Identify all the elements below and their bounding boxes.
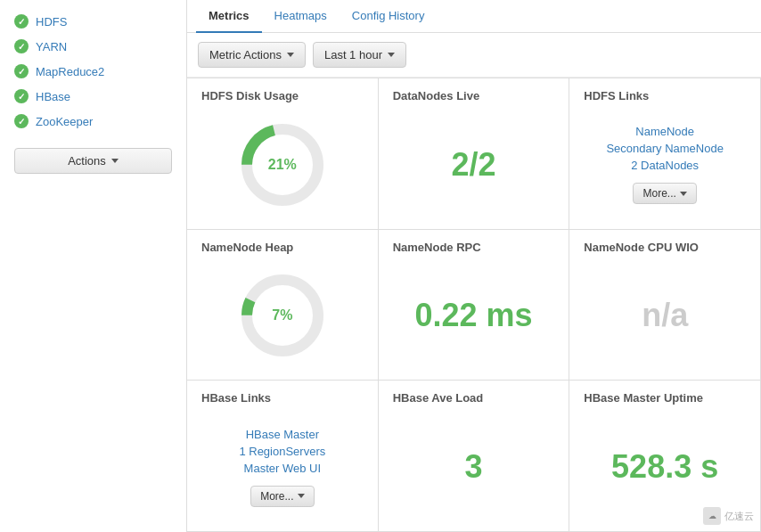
sidebar-item-yarn[interactable]: YARN xyxy=(0,34,186,59)
link-item[interactable]: HBase Master xyxy=(246,428,319,441)
links-card-content: HBase Master1 RegionServersMaster Web UI… xyxy=(201,413,364,520)
metric-actions-label: Metric Actions xyxy=(209,48,282,61)
metric-actions-button[interactable]: Metric Actions xyxy=(198,42,306,68)
metric-value: 2/2 xyxy=(393,146,555,184)
sidebar-label: HDFS xyxy=(36,15,67,29)
metric-title: HDFS Disk Usage xyxy=(201,89,299,102)
metric-actions-caret-icon xyxy=(287,53,294,57)
check-icon xyxy=(14,89,29,103)
time-range-button[interactable]: Last 1 hour xyxy=(313,42,406,68)
tabs-bar: MetricsHeatmapsConfig History xyxy=(187,0,761,33)
watermark-text: 亿速云 xyxy=(724,510,754,523)
metric-title: HBase Ave Load xyxy=(393,391,484,405)
metric-card-namenode-cpu-wio: NameNode CPU WIOn/a xyxy=(569,229,761,381)
metric-value: 528.3 s xyxy=(584,448,746,486)
metric-title: HDFS Links xyxy=(584,89,649,102)
link-item[interactable]: Master Web UI xyxy=(244,462,321,475)
actions-label: Actions xyxy=(68,154,106,168)
main-content: MetricsHeatmapsConfig History Metric Act… xyxy=(187,0,761,532)
tab-metrics[interactable]: Metrics xyxy=(196,0,262,33)
actions-button-wrap: Actions xyxy=(0,134,186,188)
sidebar-label: YARN xyxy=(36,40,67,53)
metric-value: 3 xyxy=(393,448,555,486)
donut-wrap: 7% xyxy=(201,263,364,370)
watermark-icon: ☁ xyxy=(703,507,721,525)
more-button[interactable]: More... xyxy=(633,183,696,204)
more-label: More... xyxy=(642,187,675,200)
tab-heatmaps[interactable]: Heatmaps xyxy=(262,0,340,33)
donut-chart: 21% xyxy=(238,120,327,209)
metric-title: DataNodes Live xyxy=(393,89,480,102)
sidebar-label: HBase xyxy=(36,90,70,103)
more-caret-icon xyxy=(298,494,305,498)
sidebar: HDFSYARNMapReduce2HBaseZooKeeper Actions xyxy=(0,0,187,532)
sidebar-item-mapreduce2[interactable]: MapReduce2 xyxy=(0,59,186,84)
link-item[interactable]: NameNode xyxy=(635,125,694,138)
metric-card-hdfs-links: HDFS LinksNameNodeSecondary NameNode2 Da… xyxy=(569,78,761,230)
metric-card-namenode-rpc: NameNode RPC0.22 ms xyxy=(378,229,570,381)
more-label: More... xyxy=(260,490,293,503)
link-item[interactable]: 1 RegionServers xyxy=(239,445,325,458)
actions-caret-icon xyxy=(111,159,119,163)
donut-wrap: 21% xyxy=(201,111,364,218)
donut-label: 21% xyxy=(268,157,297,173)
donut-label: 7% xyxy=(272,307,292,323)
metric-title: NameNode Heap xyxy=(201,241,293,254)
sidebar-item-hdfs[interactable]: HDFS xyxy=(0,9,186,34)
more-caret-icon xyxy=(680,192,687,196)
check-icon xyxy=(14,64,29,78)
sidebar-item-hbase[interactable]: HBase xyxy=(0,84,186,109)
donut-chart: 7% xyxy=(238,271,327,360)
sidebar-label: ZooKeeper xyxy=(36,115,93,128)
metric-card-hbase-links: HBase LinksHBase Master1 RegionServersMa… xyxy=(187,380,379,532)
time-range-caret-icon xyxy=(388,53,395,57)
link-item[interactable]: 2 DataNodes xyxy=(631,159,699,172)
more-button[interactable]: More... xyxy=(250,486,314,507)
check-icon xyxy=(14,114,29,128)
check-icon xyxy=(14,39,29,53)
toolbar: Metric Actions Last 1 hour xyxy=(187,33,761,78)
sidebar-label: MapReduce2 xyxy=(36,65,104,78)
metric-card-namenode-heap: NameNode Heap 7% xyxy=(187,229,379,381)
tab-config-history[interactable]: Config History xyxy=(340,0,438,33)
metric-title: HBase Links xyxy=(201,391,271,405)
metric-value: 0.22 ms xyxy=(393,297,555,334)
link-item[interactable]: Secondary NameNode xyxy=(606,142,724,155)
links-card-content: NameNodeSecondary NameNode2 DataNodesMor… xyxy=(584,111,746,218)
time-range-label: Last 1 hour xyxy=(324,48,382,61)
metric-card-datanodes-live: DataNodes Live2/2 xyxy=(378,78,570,230)
metric-value-na: n/a xyxy=(584,297,746,334)
watermark: ☁ 亿速云 xyxy=(703,507,754,525)
metric-card-hbase-ave-load: HBase Ave Load3 xyxy=(378,380,570,532)
metric-card-hdfs-disk-usage: HDFS Disk Usage 21% xyxy=(187,78,379,230)
metric-title: NameNode RPC xyxy=(393,241,481,254)
check-icon xyxy=(14,14,29,29)
sidebar-item-zookeeper[interactable]: ZooKeeper xyxy=(0,109,186,134)
metric-title: NameNode CPU WIO xyxy=(584,241,699,254)
metrics-grid: HDFS Disk Usage 21% DataNodes Live2/2HDF… xyxy=(187,78,761,532)
metric-title: HBase Master Uptime xyxy=(584,391,703,405)
actions-button[interactable]: Actions xyxy=(14,148,172,174)
